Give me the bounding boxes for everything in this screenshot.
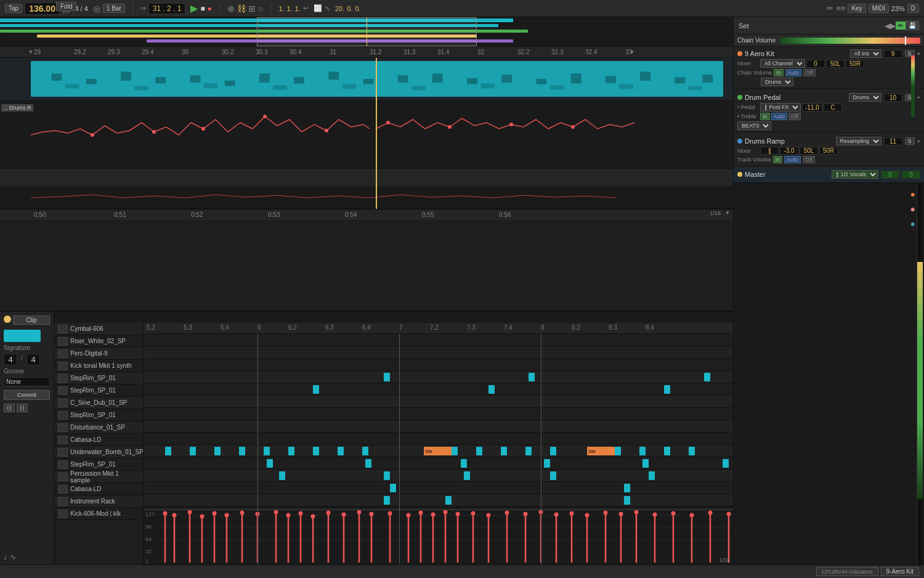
routing-select-2[interactable]: Drums: [849, 93, 881, 102]
note-10-5[interactable]: [264, 447, 270, 455]
commit-button[interactable]: Commit: [4, 390, 50, 400]
note-11-3[interactable]: [461, 459, 467, 468]
drum-row-2[interactable]: [144, 346, 733, 359]
drum-pad-underwater[interactable]: [58, 448, 68, 457]
note-10-8[interactable]: [338, 447, 344, 455]
note-11-6[interactable]: [723, 459, 729, 468]
mute-dot-3[interactable]: ●: [917, 138, 920, 144]
drum-pad-dist[interactable]: [58, 423, 68, 432]
led-drumpedal[interactable]: [737, 95, 742, 100]
note-10-10[interactable]: [452, 447, 458, 455]
note-4-2[interactable]: [529, 373, 535, 381]
drum-pad-riser[interactable]: [58, 337, 68, 346]
drum-row-7[interactable]: [144, 408, 733, 420]
routing-select-4[interactable]: ‖ 1/2 Vocals: [832, 170, 878, 179]
note-5-1[interactable]: [313, 385, 319, 394]
off-btn-2[interactable]: Off: [788, 113, 801, 120]
sig-den[interactable]: 4: [26, 354, 40, 365]
note-10-9[interactable]: [362, 447, 368, 455]
drum-grid-area[interactable]: 5.2 5.3 5.4 6 6.2 6.3 6.4 7 7.2 7.3 7.4 …: [144, 323, 733, 578]
note-12-1[interactable]: [279, 471, 285, 480]
postfx-select[interactable]: ‖ Post FX: [760, 103, 801, 112]
note-10-17[interactable]: [664, 447, 670, 455]
drum-row-14[interactable]: [144, 494, 733, 507]
prev-button[interactable]: ⟨⟨: [4, 404, 15, 412]
in-btn-3[interactable]: In: [773, 156, 783, 163]
drum-row-10[interactable]: Ste Ste: [144, 445, 733, 457]
note-10-16[interactable]: [639, 447, 646, 455]
mixer-pencil-btn[interactable]: ✏: [896, 22, 906, 30]
mixer-val-1a[interactable]: 9: [884, 50, 902, 58]
mixer-val-2a[interactable]: 10: [884, 94, 902, 102]
note-10-2[interactable]: [190, 447, 196, 455]
teal-dot-icon[interactable]: ●: [910, 219, 915, 229]
mixer-save-btn[interactable]: 💾: [906, 21, 919, 30]
grid-lines-icon[interactable]: ≡≡: [836, 4, 845, 13]
orange-dot-icon[interactable]: ●: [910, 189, 915, 199]
mixer-val-4a[interactable]: 0: [881, 171, 899, 179]
drum-row-5[interactable]: [144, 383, 733, 396]
note-14-3[interactable]: [624, 496, 630, 505]
type-select-2[interactable]: BEATS: [737, 121, 771, 130]
drum-pad-steprim3[interactable]: [58, 411, 68, 420]
note-10-7[interactable]: [313, 447, 319, 455]
mixer-val-3e[interactable]: 50R: [819, 147, 838, 155]
note-10-14[interactable]: [550, 447, 556, 455]
clip-tab-button[interactable]: Clip: [13, 315, 50, 325]
note-5-2[interactable]: [488, 385, 495, 394]
loop-length[interactable]: 1 Bar: [103, 4, 125, 13]
circle-icon[interactable]: ○: [258, 4, 263, 14]
note-4-1[interactable]: [384, 373, 390, 381]
led-aerokit[interactable]: [737, 51, 742, 56]
note-10-15[interactable]: [615, 447, 621, 455]
grid-icon[interactable]: ⊞: [248, 4, 256, 14]
note-13-2[interactable]: [624, 484, 630, 492]
mixer-back-btn[interactable]: ◀: [885, 22, 890, 30]
off-btn-1[interactable]: Off: [803, 69, 816, 76]
position-display[interactable]: 31 . 2 . 1: [148, 3, 186, 14]
note-11-5[interactable]: [642, 459, 649, 468]
drum-row-1[interactable]: [144, 334, 733, 346]
note-12-4[interactable]: [550, 471, 556, 480]
off-btn-3[interactable]: Off: [803, 156, 815, 163]
drum-pad-kick606[interactable]: [58, 510, 68, 518]
auto-btn-3[interactable]: Auto: [784, 156, 801, 163]
drum-row-3[interactable]: [144, 359, 733, 371]
note-12-3[interactable]: [464, 471, 470, 480]
stop-button[interactable]: ■: [200, 4, 205, 13]
chain-vol-cursor[interactable]: [905, 36, 906, 45]
mixer-val-1d[interactable]: 50R: [846, 60, 864, 68]
led-drumsramp[interactable]: [737, 139, 742, 144]
note-ste-2[interactable]: Ste: [587, 447, 615, 455]
led-master[interactable]: [737, 172, 742, 177]
mixer-val-1c[interactable]: 50L: [826, 60, 845, 68]
groove-value[interactable]: None: [4, 377, 50, 386]
s-btn-3[interactable]: S: [905, 137, 915, 145]
chain-icon[interactable]: ⛓: [237, 4, 246, 14]
note-4-3[interactable]: [704, 373, 710, 381]
note-10-6[interactable]: [288, 447, 294, 455]
drum-pad-instrument-rack[interactable]: [58, 497, 68, 506]
drum-pad-percussion[interactable]: [58, 473, 68, 481]
routing-select-1[interactable]: All Ins: [850, 49, 881, 58]
arrangement-view[interactable]: 29 29.2 29.3 29.4 30 30.2 30.3 30.4 31 3…: [0, 47, 733, 312]
note-11-4[interactable]: [544, 459, 550, 468]
note-10-1[interactable]: [165, 447, 171, 455]
mute-dot-2[interactable]: ●: [917, 94, 920, 100]
mixer-val-3a[interactable]: 11: [884, 137, 902, 145]
loop-back-icon[interactable]: ↩: [303, 4, 309, 12]
tap-label[interactable]: Tap: [5, 4, 22, 13]
note-12-2[interactable]: [384, 471, 390, 480]
mixer-val-3c[interactable]: -3.0: [780, 147, 798, 155]
note-10-13[interactable]: [525, 447, 532, 455]
note-10-3[interactable]: [214, 447, 221, 455]
pink-dot-icon[interactable]: ●: [910, 204, 915, 214]
mute-dot-1[interactable]: ●: [917, 51, 920, 57]
next-button[interactable]: ⟩⟩: [17, 404, 28, 412]
play-button[interactable]: ▶: [190, 2, 198, 14]
note-13-1[interactable]: [390, 484, 396, 492]
drum-pad-cabasa[interactable]: [58, 436, 68, 444]
clip-color-swatch[interactable]: [4, 330, 41, 342]
drum-pad-cymbal[interactable]: [58, 325, 68, 333]
note-14-1[interactable]: [384, 496, 390, 505]
